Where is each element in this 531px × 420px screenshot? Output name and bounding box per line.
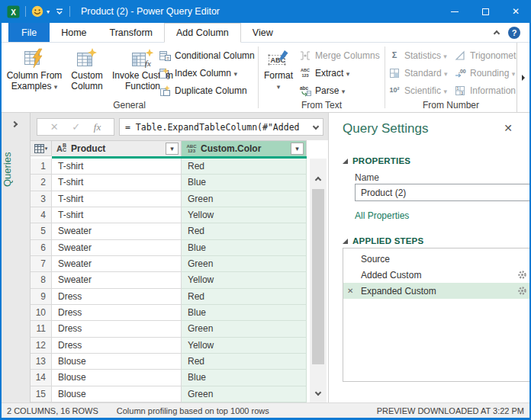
- tab-file[interactable]: File: [8, 23, 50, 42]
- parse-button[interactable]: abc Parse: [299, 82, 380, 98]
- properties-section-header[interactable]: PROPERTIES: [343, 156, 410, 165]
- query-name-input[interactable]: [355, 184, 531, 201]
- row-number-cell[interactable]: 4: [31, 207, 52, 223]
- custom-color-cell[interactable]: Red: [182, 159, 307, 175]
- collapse-ribbon-icon[interactable]: [494, 30, 500, 37]
- row-number-cell[interactable]: 8: [31, 272, 52, 288]
- custom-color-cell[interactable]: Yellow: [182, 338, 307, 354]
- minimize-button[interactable]: [439, 0, 470, 23]
- custom-color-cell[interactable]: Green: [182, 386, 307, 402]
- custom-color-cell[interactable]: Green: [182, 256, 307, 272]
- customize-quick-access-icon[interactable]: [55, 7, 64, 16]
- product-cell[interactable]: Blouse: [52, 386, 182, 402]
- applied-steps-section-header[interactable]: APPLIED STEPS: [343, 236, 423, 245]
- extract-button[interactable]: ABC123 Extract: [299, 65, 380, 81]
- custom-color-cell[interactable]: Blue: [182, 240, 307, 256]
- scientific-button[interactable]: 10² Scientific: [388, 82, 448, 98]
- row-number-cell[interactable]: 12: [31, 338, 52, 354]
- column-from-examples-button[interactable]: Column From Examples: [3, 44, 66, 91]
- standard-button[interactable]: Standard: [388, 65, 448, 81]
- information-button[interactable]: 13 Information: [454, 82, 523, 98]
- conditional-column-button[interactable]: = Conditional Column: [159, 47, 255, 63]
- select-all-button[interactable]: ▾: [31, 140, 52, 156]
- row-number-cell[interactable]: 10: [31, 305, 52, 321]
- custom-color-cell[interactable]: Blue: [182, 370, 307, 386]
- close-button[interactable]: ✕: [500, 0, 531, 23]
- custom-color-cell[interactable]: Red: [182, 354, 307, 370]
- tab-add-column[interactable]: Add Column: [164, 23, 241, 43]
- row-number-cell[interactable]: 1: [31, 159, 52, 175]
- filter-button-custom-color[interactable]: [291, 143, 304, 155]
- product-cell[interactable]: T-shirt: [52, 175, 182, 191]
- delete-step-icon[interactable]: ✕: [347, 287, 359, 295]
- product-cell[interactable]: T-shirt: [52, 159, 182, 175]
- custom-color-cell[interactable]: Yellow: [182, 272, 307, 288]
- tab-view[interactable]: View: [241, 23, 285, 42]
- custom-color-cell[interactable]: Blue: [182, 175, 307, 191]
- row-number-cell[interactable]: 13: [31, 354, 52, 370]
- custom-color-cell[interactable]: Red: [182, 223, 307, 239]
- filter-button-product[interactable]: [166, 143, 179, 155]
- product-cell[interactable]: T-shirt: [52, 207, 182, 223]
- formula-input[interactable]: [120, 119, 323, 135]
- custom-color-cell[interactable]: Blue: [182, 305, 307, 321]
- product-cell[interactable]: Dress: [52, 338, 182, 354]
- merge-columns-button[interactable]: Merge Columns: [299, 47, 380, 63]
- custom-color-cell[interactable]: Green: [182, 191, 307, 207]
- custom-color-cell[interactable]: Red: [182, 289, 307, 305]
- scroll-up-button[interactable]: [310, 171, 327, 186]
- row-number-cell[interactable]: 11: [31, 321, 52, 337]
- custom-color-cell[interactable]: Yellow: [182, 207, 307, 223]
- statistics-button[interactable]: Σ Statistics: [388, 47, 448, 63]
- product-cell[interactable]: Sweater: [52, 272, 182, 288]
- row-number-cell[interactable]: 14: [31, 370, 52, 386]
- tab-home[interactable]: Home: [50, 23, 98, 42]
- rounding-button[interactable]: .00 Rounding: [454, 65, 523, 81]
- product-cell[interactable]: Dress: [52, 289, 182, 305]
- commit-formula-icon[interactable]: ✓: [72, 121, 80, 133]
- close-panel-icon[interactable]: ✕: [504, 122, 513, 134]
- all-properties-link[interactable]: All Properties: [355, 210, 409, 221]
- help-icon[interactable]: ?: [508, 27, 520, 39]
- trigonometry-button[interactable]: Trigonometry: [454, 47, 523, 63]
- step-settings-gear-icon[interactable]: [517, 270, 527, 280]
- scroll-down-button[interactable]: [310, 386, 327, 401]
- expand-queries-icon[interactable]: [11, 121, 18, 127]
- column-header-product[interactable]: ABC Product: [52, 140, 182, 156]
- applied-step[interactable]: ✕ Added Custom: [343, 267, 531, 283]
- row-number-cell[interactable]: 5: [31, 223, 52, 239]
- row-number-cell[interactable]: 6: [31, 240, 52, 256]
- product-cell[interactable]: Sweater: [52, 256, 182, 272]
- index-column-button[interactable]: 123 Index Column: [159, 65, 255, 81]
- profiling-status[interactable]: Column profiling based on top 1000 rows: [117, 406, 269, 415]
- format-button[interactable]: ABC Format: [262, 44, 295, 91]
- row-number-cell[interactable]: 2: [31, 175, 52, 191]
- product-cell[interactable]: Sweater: [52, 223, 182, 239]
- tab-transform[interactable]: Transform: [98, 23, 165, 42]
- row-number-cell[interactable]: 3: [31, 191, 52, 207]
- custom-column-button[interactable]: Custom Column: [66, 44, 108, 91]
- step-settings-gear-icon[interactable]: [517, 286, 527, 296]
- scrollbar-thumb[interactable]: [312, 189, 324, 364]
- queries-pane-label[interactable]: Queries: [2, 139, 30, 200]
- product-cell[interactable]: Dress: [52, 321, 182, 337]
- cancel-formula-icon[interactable]: ✕: [50, 121, 59, 133]
- applied-step[interactable]: ✕ Expanded Custom: [343, 283, 531, 299]
- product-cell[interactable]: Blouse: [52, 354, 182, 370]
- product-cell[interactable]: T-shirt: [52, 191, 182, 207]
- row-number-cell[interactable]: 7: [31, 256, 52, 272]
- product-cell[interactable]: Blouse: [52, 370, 182, 386]
- duplicate-column-button[interactable]: Duplicate Column: [159, 82, 255, 98]
- smiley-dropdown-caret-icon[interactable]: ▾: [47, 8, 50, 15]
- column-header-custom-color[interactable]: ABC123 Custom.Color: [182, 140, 307, 156]
- ribbon-scroll-right-button[interactable]: [517, 43, 529, 112]
- product-cell[interactable]: Dress: [52, 305, 182, 321]
- maximize-button[interactable]: [470, 0, 500, 23]
- fx-icon[interactable]: fx: [94, 121, 101, 133]
- row-number-cell[interactable]: 9: [31, 289, 52, 305]
- smiley-qat-icon[interactable]: [31, 5, 43, 18]
- row-number-cell[interactable]: 15: [31, 386, 52, 402]
- product-cell[interactable]: Sweater: [52, 240, 182, 256]
- vertical-scrollbar[interactable]: [310, 159, 327, 402]
- applied-step[interactable]: ✕ Source: [343, 251, 531, 267]
